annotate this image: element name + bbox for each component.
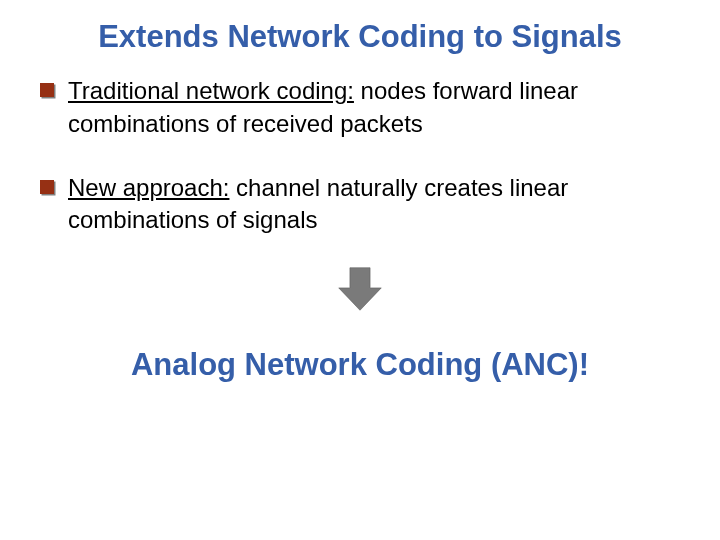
down-arrow-shape [339,267,382,310]
slide: Extends Network Coding to Signals Tradit… [0,0,720,540]
arrow-container [40,261,680,321]
bullet-lead: New approach: [68,174,229,201]
bullet-item: New approach: channel naturally creates … [40,172,680,237]
slide-title: Extends Network Coding to Signals [40,18,680,55]
down-arrow-icon [332,261,388,317]
conclusion-text: Analog Network Coding (ANC)! [40,347,680,383]
bullet-item: Traditional network coding: nodes forwar… [40,75,680,140]
bullet-list: Traditional network coding: nodes forwar… [40,75,680,237]
bullet-square-icon [40,83,54,97]
bullet-lead: Traditional network coding: [68,77,354,104]
bullet-square-icon [40,180,54,194]
